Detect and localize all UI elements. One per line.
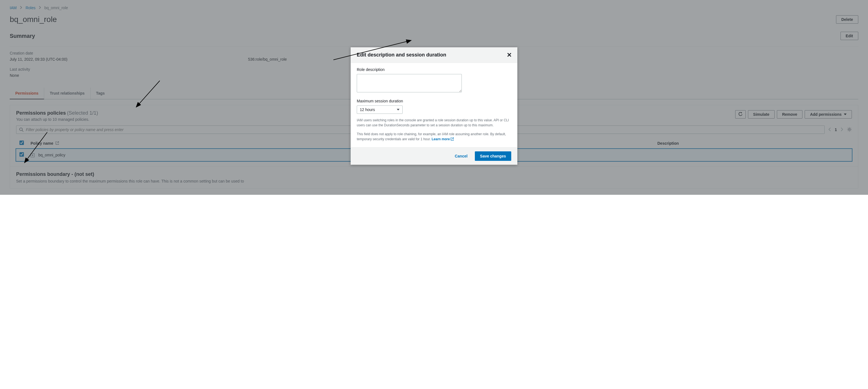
help-text-2: This field does not apply to role chaini…	[357, 132, 511, 142]
session-duration-value: 12 hours	[360, 107, 375, 112]
edit-modal: Edit description and session duration Ro…	[351, 47, 517, 165]
session-duration-label: Maximum session duration	[357, 99, 511, 103]
session-duration-select[interactable]: 12 hours	[357, 106, 403, 114]
close-icon	[507, 53, 511, 57]
external-link-icon	[451, 137, 454, 140]
save-button[interactable]: Save changes	[475, 151, 511, 161]
help-text-1: IAM users switching roles in the console…	[357, 118, 511, 128]
role-description-label: Role description	[357, 67, 511, 72]
modal-overlay: Edit description and session duration Ro…	[0, 0, 868, 195]
role-description-input[interactable]	[357, 74, 462, 92]
modal-title: Edit description and session duration	[357, 52, 446, 58]
close-button[interactable]	[507, 52, 511, 58]
cancel-button[interactable]: Cancel	[451, 151, 472, 161]
learn-more-link[interactable]: Learn more	[432, 137, 454, 141]
caret-down-icon	[397, 109, 400, 110]
